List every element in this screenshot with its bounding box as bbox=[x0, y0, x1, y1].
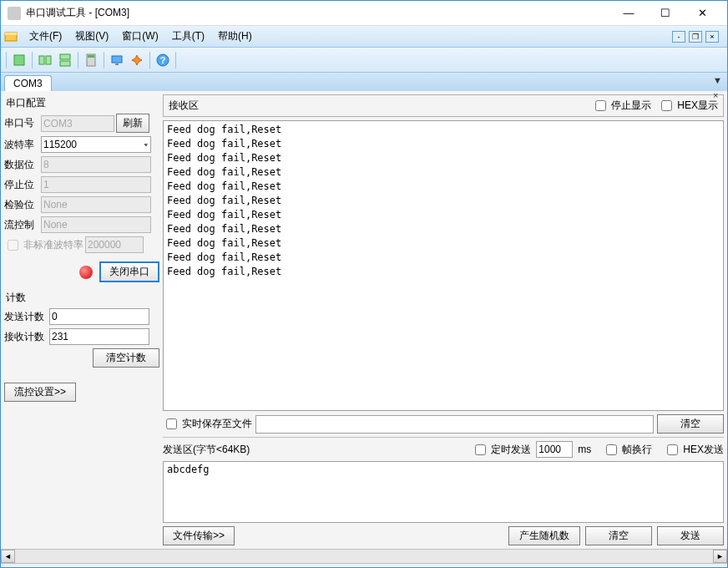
menu-window[interactable]: 窗口(W) bbox=[115, 27, 164, 46]
databits-select[interactable]: 8 bbox=[41, 156, 151, 173]
minimize-button[interactable]: — bbox=[610, 2, 647, 25]
toolbar: ? bbox=[1, 48, 727, 73]
menu-view[interactable]: 视图(V) bbox=[68, 27, 115, 46]
stop-display-checkbox[interactable] bbox=[595, 100, 606, 111]
tabstrip: COM3 ▼ × bbox=[1, 73, 727, 91]
scroll-right-icon[interactable]: ► bbox=[713, 550, 727, 563]
ms-label: ms bbox=[578, 444, 591, 455]
timed-send-label: 定时发送 bbox=[491, 443, 531, 457]
svg-rect-6 bbox=[60, 61, 70, 66]
tab-dropdown-icon[interactable]: ▼ bbox=[713, 75, 722, 85]
mdi-minimize[interactable]: - bbox=[672, 31, 685, 43]
nonstd-select[interactable]: 200000 bbox=[85, 236, 144, 253]
nonstd-checkbox[interactable] bbox=[8, 240, 18, 251]
interval-field[interactable] bbox=[536, 441, 573, 458]
menu-tools[interactable]: 工具(T) bbox=[165, 27, 211, 46]
scroll-left-icon[interactable]: ◄ bbox=[1, 550, 15, 563]
file-transfer-button[interactable]: 文件传输>> bbox=[163, 526, 235, 545]
save-file-field[interactable] bbox=[255, 415, 654, 434]
timed-send-checkbox[interactable] bbox=[475, 444, 486, 455]
svg-rect-9 bbox=[112, 56, 122, 63]
stopbits-select[interactable]: 1 bbox=[41, 176, 151, 193]
refresh-button[interactable]: 刷新 bbox=[116, 114, 149, 133]
recv-count-field[interactable] bbox=[49, 328, 149, 345]
tx-title: 发送区(字节<64KB) bbox=[163, 443, 250, 457]
hex-send-checkbox[interactable] bbox=[667, 444, 678, 455]
send-count-label: 发送计数 bbox=[4, 310, 48, 324]
recv-count-label: 接收计数 bbox=[4, 330, 48, 344]
svg-rect-4 bbox=[46, 56, 51, 64]
mdi-close[interactable]: × bbox=[705, 31, 719, 43]
stopbits-label: 停止位 bbox=[4, 178, 39, 192]
clear-counts-button[interactable]: 清空计数 bbox=[93, 348, 159, 368]
random-button[interactable]: 产生随机数 bbox=[508, 526, 580, 545]
tool-monitor-icon[interactable] bbox=[108, 51, 126, 69]
baud-label: 波特率 bbox=[4, 138, 39, 152]
save-realtime-label: 实时保存至文件 bbox=[182, 417, 252, 431]
svg-text:?: ? bbox=[160, 55, 166, 65]
tab-close-icon[interactable]: × bbox=[713, 90, 722, 100]
send-count-field[interactable] bbox=[49, 308, 149, 325]
port-label: 串口号 bbox=[4, 116, 39, 130]
hex-send-label: HEX发送 bbox=[683, 443, 724, 457]
menu-help[interactable]: 帮助(H) bbox=[211, 27, 259, 46]
flow-select[interactable]: None bbox=[41, 216, 151, 233]
close-port-button[interactable]: 关闭串口 bbox=[99, 261, 159, 282]
svg-rect-1 bbox=[5, 33, 17, 35]
wrap-checkbox[interactable] bbox=[606, 444, 617, 455]
tab-com3[interactable]: COM3 bbox=[4, 75, 52, 91]
titlebar: 串口调试工具 - [COM3] — ☐ ✕ bbox=[1, 1, 727, 26]
tool-new-icon[interactable] bbox=[10, 51, 28, 69]
svg-rect-3 bbox=[39, 56, 44, 64]
svg-rect-10 bbox=[115, 63, 119, 65]
clear-tx-button[interactable]: 清空 bbox=[585, 526, 652, 545]
mdi-restore[interactable]: ❐ bbox=[689, 31, 702, 43]
flowctl-button[interactable]: 流控设置>> bbox=[4, 383, 76, 402]
app-icon bbox=[8, 7, 21, 20]
databits-label: 数据位 bbox=[4, 158, 39, 172]
rx-header: 接收区 停止显示 HEX显示 bbox=[163, 94, 724, 117]
tx-textarea[interactable]: abcdefg bbox=[163, 461, 724, 523]
wrap-label: 帧换行 bbox=[622, 443, 652, 457]
menu-file[interactable]: 文件(F) bbox=[23, 27, 68, 46]
svg-rect-2 bbox=[14, 55, 24, 65]
save-realtime-checkbox[interactable] bbox=[166, 418, 177, 429]
horizontal-scrollbar[interactable]: ◄ ► bbox=[1, 549, 727, 563]
window-title: 串口调试工具 - [COM3] bbox=[26, 6, 610, 20]
nonstd-label: 非标准波特率 bbox=[23, 238, 83, 252]
hex-display-checkbox[interactable] bbox=[661, 100, 672, 111]
close-button[interactable]: ✕ bbox=[684, 2, 720, 25]
tool-tile-h-icon[interactable] bbox=[36, 51, 54, 69]
counts-title: 计数 bbox=[4, 289, 159, 307]
statusbar: 就绪 CAP RISC-V COM bbox=[1, 563, 727, 568]
rx-textarea[interactable]: Feed dog fail,Reset Feed dog fail,Reset … bbox=[163, 120, 724, 411]
menubar: 文件(F) 视图(V) 窗口(W) 工具(T) 帮助(H) - ❐ × bbox=[1, 26, 727, 48]
rx-title: 接收区 bbox=[169, 99, 199, 113]
svg-rect-5 bbox=[60, 54, 70, 59]
tool-pin-icon[interactable] bbox=[128, 51, 146, 69]
config-title: 串口配置 bbox=[4, 94, 159, 112]
hex-display-label: HEX显示 bbox=[677, 99, 718, 113]
svg-rect-8 bbox=[88, 55, 94, 58]
tool-tile-v-icon[interactable] bbox=[56, 51, 74, 69]
tool-calc-icon[interactable] bbox=[82, 51, 100, 69]
port-select[interactable]: COM3 bbox=[41, 115, 114, 132]
parity-select[interactable]: None bbox=[41, 196, 151, 213]
baud-select[interactable]: 115200 bbox=[41, 136, 151, 153]
menu-icon bbox=[4, 30, 18, 43]
send-button[interactable]: 发送 bbox=[657, 526, 724, 545]
maximize-button[interactable]: ☐ bbox=[647, 2, 684, 25]
tx-header: 发送区(字节<64KB) 定时发送 ms 帧换行 HEX发送 bbox=[163, 437, 724, 458]
flow-label: 流控制 bbox=[4, 218, 39, 232]
clear-rx-button[interactable]: 清空 bbox=[657, 414, 724, 434]
parity-label: 检验位 bbox=[4, 198, 39, 212]
status-dot-icon bbox=[79, 266, 93, 279]
tool-help-icon[interactable]: ? bbox=[154, 51, 172, 69]
stop-display-label: 停止显示 bbox=[611, 99, 651, 113]
